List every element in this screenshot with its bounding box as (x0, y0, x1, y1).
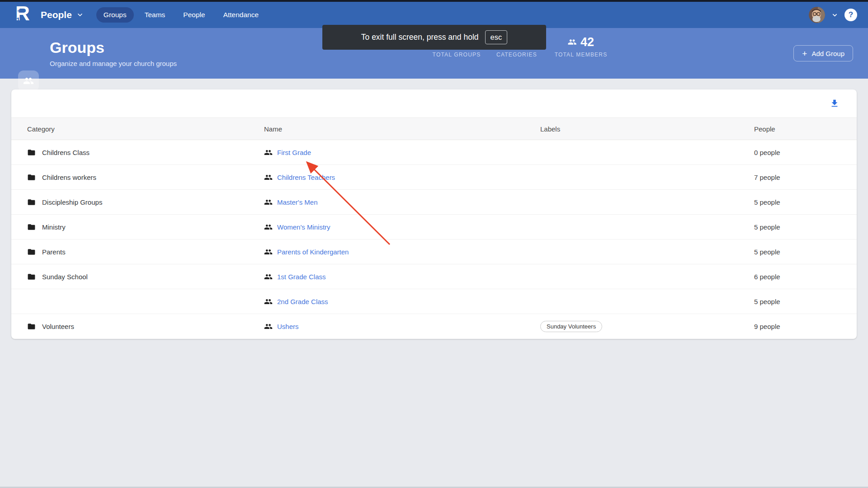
table-row: 2nd Grade Class 5 people (11, 289, 857, 314)
people-count: 5 people (754, 248, 857, 256)
category-cell: Childrens Class (27, 148, 264, 157)
group-name-link[interactable]: First Grade (277, 149, 311, 156)
category-cell: Sunday School (27, 272, 264, 281)
group-icon (264, 173, 273, 182)
group-name-link[interactable]: 2nd Grade Class (277, 298, 328, 305)
people-count: 7 people (754, 174, 857, 181)
nav-item-groups[interactable]: Groups (96, 7, 134, 23)
groups-icon (18, 70, 39, 91)
stat-total-members: 42TOTAL MEMBERS (555, 34, 608, 58)
stat-label: CATEGORIES (496, 52, 537, 58)
name-cell: Women's Ministry (264, 223, 540, 231)
download-icon[interactable] (830, 99, 840, 108)
group-name-link[interactable]: Master's Men (277, 198, 318, 206)
name-cell: 2nd Grade Class (264, 297, 540, 306)
folder-icon (27, 198, 36, 206)
main-nav: GroupsTeamsPeopleAttendance (96, 7, 266, 23)
group-icon (264, 248, 273, 256)
esc-key-badge: esc (485, 30, 508, 44)
people-count: 6 people (754, 273, 857, 281)
group-icon (264, 198, 273, 206)
add-group-button[interactable]: + Add Group (793, 45, 853, 61)
name-cell: Master's Men (264, 198, 540, 206)
group-name-link[interactable]: Women's Ministry (277, 223, 330, 231)
category-label: Childrens workers (42, 174, 96, 181)
group-name-link[interactable]: 1st Grade Class (277, 273, 326, 281)
labels-cell: Sunday Volunteers (540, 321, 754, 332)
people-count: 5 people (754, 223, 857, 231)
category-label: Parents (42, 248, 66, 256)
table-row: Childrens Class First Grade 0 people (11, 140, 857, 165)
column-header-labels[interactable]: Labels (540, 125, 754, 133)
table-row: Ministry Women's Ministry 5 people (11, 215, 857, 239)
category-label: Volunteers (42, 323, 74, 330)
folder-icon (27, 173, 36, 182)
folder-icon (27, 322, 36, 331)
folder-icon (27, 272, 36, 281)
category-cell: Discipleship Groups (27, 198, 264, 206)
fullscreen-exit-toast: To exit full screen, press and hold esc (322, 25, 546, 50)
folder-icon (27, 148, 36, 157)
group-name-link[interactable]: Childrens Teachers (277, 174, 335, 181)
group-icon (264, 223, 273, 231)
nav-item-attendance[interactable]: Attendance (216, 7, 266, 23)
table-header-row: Category Name Labels People (11, 117, 857, 140)
people-icon (568, 38, 577, 47)
category-label: Childrens Class (42, 149, 90, 156)
page-subtitle: Organize and manage your church groups (50, 60, 177, 67)
user-avatar[interactable] (809, 7, 825, 23)
screen-top-edge (0, 0, 868, 2)
table-row: Discipleship Groups Master's Men 5 peopl… (11, 190, 857, 215)
help-icon[interactable]: ? (844, 9, 857, 21)
category-label: Discipleship Groups (42, 198, 102, 206)
category-cell: Ministry (27, 223, 264, 231)
nav-item-teams[interactable]: Teams (137, 7, 173, 23)
page-title: Groups (50, 39, 104, 56)
name-cell: Ushers (264, 322, 540, 331)
category-label: Sunday School (42, 273, 88, 281)
chevron-down-icon[interactable] (831, 12, 838, 19)
group-icon (264, 272, 273, 281)
people-count: 5 people (754, 198, 857, 206)
table-row: Volunteers Ushers Sunday Volunteers 9 pe… (11, 314, 857, 339)
folder-icon (27, 223, 36, 231)
group-name-link[interactable]: Parents of Kindergarten (277, 248, 349, 256)
group-icon (264, 322, 273, 331)
category-cell: Parents (27, 248, 264, 256)
name-cell: 1st Grade Class (264, 272, 540, 281)
column-header-people[interactable]: People (754, 125, 857, 133)
group-name-link[interactable]: Ushers (277, 323, 299, 330)
category-cell: Childrens workers (27, 173, 264, 182)
stat-label: TOTAL GROUPS (433, 52, 481, 58)
top-navbar: R + 1 People GroupsTeamsPeopleAttendance (0, 2, 868, 28)
groups-table-card: Category Name Labels People Childrens Cl… (11, 89, 857, 339)
people-count: 5 people (754, 298, 857, 305)
name-cell: Parents of Kindergarten (264, 248, 540, 256)
column-header-name[interactable]: Name (264, 125, 540, 133)
folder-icon (27, 248, 36, 256)
rock-logo-icon[interactable]: R + 1 (14, 5, 35, 25)
category-label: Ministry (42, 223, 66, 231)
people-count: 9 people (754, 323, 857, 330)
category-cell: Volunteers (27, 322, 264, 331)
stat-value: 42 (555, 34, 608, 50)
label-chip[interactable]: Sunday Volunteers (540, 321, 602, 332)
table-body: Childrens Class First Grade 0 people Chi… (11, 140, 857, 339)
plus-icon: + (802, 49, 807, 58)
chevron-down-icon[interactable] (76, 11, 84, 19)
toast-message: To exit full screen, press and hold (361, 33, 479, 42)
group-icon (264, 148, 273, 157)
app-switcher-title[interactable]: People (41, 9, 72, 20)
people-count: 0 people (754, 149, 857, 156)
nav-item-people[interactable]: People (176, 7, 212, 23)
name-cell: Childrens Teachers (264, 173, 540, 182)
table-row: Sunday School 1st Grade Class 6 people (11, 264, 857, 289)
column-header-category[interactable]: Category (27, 125, 264, 133)
table-row: Parents Parents of Kindergarten 5 people (11, 239, 857, 264)
table-toolbar (11, 89, 857, 117)
name-cell: First Grade (264, 148, 540, 157)
stat-label: TOTAL MEMBERS (555, 52, 608, 58)
group-icon (264, 297, 273, 306)
table-row: Childrens workers Childrens Teachers 7 p… (11, 165, 857, 190)
